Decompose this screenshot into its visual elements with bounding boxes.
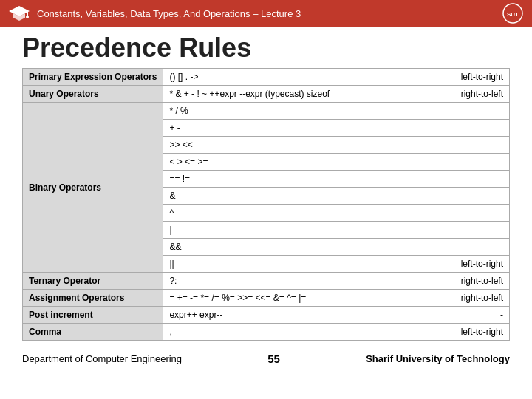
table-row-assignment: Assignment Operators = += -= *= /= %= >>… [23, 290, 510, 307]
row-direction-postincrement: - [443, 307, 510, 324]
table-row-comma: Comma , left-to-right [23, 324, 510, 341]
row-direction-binary-9: left-to-right [443, 256, 510, 273]
footer-right: Sharif University of Technology [366, 353, 510, 364]
row-label-binary: Binary Operators [23, 103, 163, 273]
row-operators-primary: () [] . -> [163, 69, 443, 86]
row-label-ternary: Ternary Operator [23, 273, 163, 290]
row-direction-binary-5 [443, 188, 510, 205]
table-row-binary-0: Binary Operators * / % [23, 103, 510, 120]
row-operators-binary-1: + - [163, 120, 443, 137]
row-operators-ternary: ?: [163, 273, 443, 290]
table-row-postincrement: Post increment expr++ expr-- - [23, 307, 510, 324]
row-label-assignment: Assignment Operators [23, 290, 163, 307]
row-label-unary: Unary Operators [23, 86, 163, 103]
row-direction-binary-8 [443, 239, 510, 256]
header: Constants, Variables, Data Types, And Op… [0, 0, 532, 27]
row-operators-binary-7: | [163, 222, 443, 239]
row-direction-binary-3 [443, 154, 510, 171]
table-container: Primary Expression Operators () [] . -> … [0, 68, 532, 348]
graduation-cap-icon [9, 3, 30, 24]
row-operators-binary-9: || [163, 256, 443, 273]
row-operators-binary-0: * / % [163, 103, 443, 120]
row-operators-binary-3: < > <= >= [163, 154, 443, 171]
table-row-ternary: Ternary Operator ?: right-to-left [23, 273, 510, 290]
row-operators-binary-8: && [163, 239, 443, 256]
header-left: Constants, Variables, Data Types, And Op… [9, 3, 301, 24]
row-operators-binary-4: == != [163, 171, 443, 188]
row-direction-ternary: right-to-left [443, 273, 510, 290]
row-label-postincrement: Post increment [23, 307, 163, 324]
row-direction-binary-0 [443, 103, 510, 120]
row-direction-binary-6 [443, 205, 510, 222]
svg-marker-0 [9, 6, 30, 16]
svg-point-3 [26, 16, 29, 18]
university-logo-icon: SUT [502, 3, 523, 24]
row-direction-binary-1 [443, 120, 510, 137]
table-row: Primary Expression Operators () [] . -> … [23, 69, 510, 86]
row-direction-comma: left-to-right [443, 324, 510, 341]
row-direction-binary-7 [443, 222, 510, 239]
header-title: Constants, Variables, Data Types, And Op… [37, 8, 301, 19]
row-operators-postincrement: expr++ expr-- [163, 307, 443, 324]
svg-text:SUT: SUT [507, 11, 519, 18]
row-direction-unary: right-to-left [443, 86, 510, 103]
row-direction-binary-2 [443, 137, 510, 154]
svg-rect-2 [27, 11, 28, 16]
row-label-primary: Primary Expression Operators [23, 69, 163, 86]
row-operators-binary-6: ^ [163, 205, 443, 222]
row-operators-comma: , [163, 324, 443, 341]
row-operators-unary: * & + - ! ~ ++expr --expr (typecast) siz… [163, 86, 443, 103]
row-label-comma: Comma [23, 324, 163, 341]
precedence-table: Primary Expression Operators () [] . -> … [22, 68, 510, 341]
row-operators-binary-2: >> << [163, 137, 443, 154]
footer: Department of Computer Engineering 55 Sh… [0, 348, 532, 369]
footer-left: Department of Computer Engineering [22, 353, 182, 364]
row-operators-assignment: = += -= *= /= %= >>= <<= &= ^= |= [163, 290, 443, 307]
row-direction-primary: left-to-right [443, 69, 510, 86]
row-direction-binary-4 [443, 171, 510, 188]
footer-center: 55 [267, 352, 280, 365]
row-direction-assignment: right-to-left [443, 290, 510, 307]
row-operators-binary-5: & [163, 188, 443, 205]
page-title: Precedence Rules [0, 27, 532, 68]
table-row: Unary Operators * & + - ! ~ ++expr --exp… [23, 86, 510, 103]
